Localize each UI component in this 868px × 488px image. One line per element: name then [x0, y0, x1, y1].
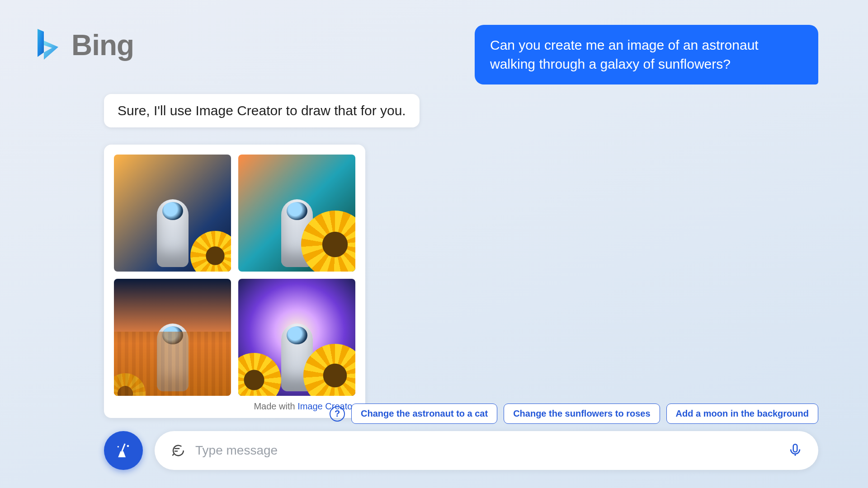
chat-icon	[170, 443, 185, 458]
user-message-bubble: Can you create me an image of an astrona…	[475, 25, 818, 84]
composer-row	[104, 431, 818, 470]
svg-point-1	[118, 446, 119, 447]
image-grid	[114, 155, 355, 396]
suggestion-row: ? Change the astronaut to a cat Change t…	[330, 404, 818, 424]
message-input-pill	[155, 431, 818, 470]
generated-image-3[interactable]	[114, 279, 231, 396]
svg-point-0	[127, 445, 129, 447]
help-icon[interactable]: ?	[330, 406, 345, 422]
suggestion-chip-1[interactable]: Change the astronaut to a cat	[351, 404, 497, 424]
user-message-text: Can you create me an image of an astrona…	[490, 38, 759, 71]
suggestion-chip-2[interactable]: Change the sunflowers to roses	[504, 404, 660, 424]
svg-rect-2	[793, 444, 797, 452]
generated-image-1[interactable]	[114, 155, 231, 272]
generated-image-2[interactable]	[238, 155, 355, 272]
image-results-card: Made with Image Creator	[104, 145, 365, 418]
brand-name: Bing	[71, 28, 134, 62]
generated-image-4[interactable]	[238, 279, 355, 396]
message-input[interactable]	[195, 443, 778, 458]
broom-sparkle-icon	[114, 441, 132, 460]
footer-prefix: Made with	[254, 401, 297, 411]
suggestion-chip-3[interactable]: Add a moon in the background	[666, 404, 818, 424]
bot-message-text: Sure, I'll use Image Creator to draw tha…	[118, 103, 406, 118]
image-card-footer: Made with Image Creator	[114, 396, 355, 412]
new-topic-button[interactable]	[104, 431, 143, 470]
microphone-button[interactable]	[788, 442, 803, 459]
bot-message-bubble: Sure, I'll use Image Creator to draw tha…	[104, 94, 420, 127]
microphone-icon	[788, 442, 803, 458]
brand-logo: Bing	[32, 27, 134, 63]
bing-logo-icon	[32, 27, 63, 63]
